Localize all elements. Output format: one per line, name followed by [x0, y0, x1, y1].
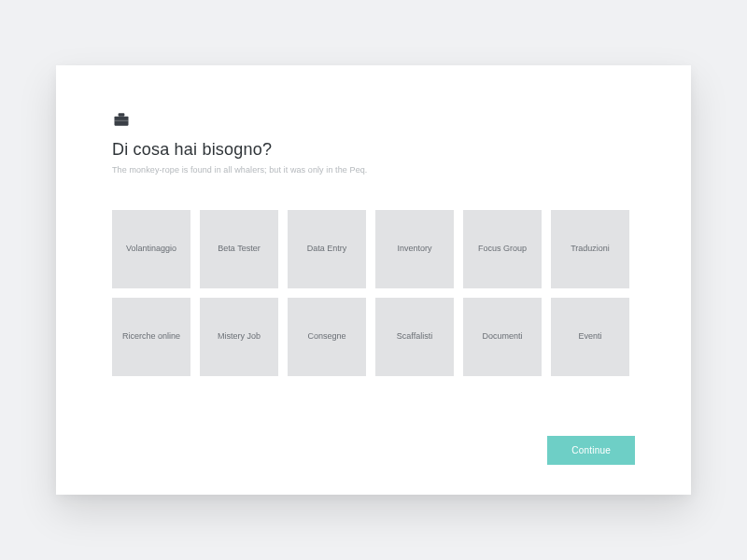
- tile-beta-tester[interactable]: Beta Tester: [200, 210, 278, 288]
- svg-rect-1: [119, 113, 125, 116]
- tile-traduzioni[interactable]: Traduzioni: [551, 210, 629, 288]
- tile-focus-group[interactable]: Focus Group: [463, 210, 542, 288]
- page-title: Di cosa hai bisogno?: [112, 140, 635, 160]
- tile-label: Data Entry: [303, 244, 351, 255]
- tile-data-entry[interactable]: Data Entry: [288, 210, 366, 288]
- page-subtitle: The monkey-rope is found in all whalers;…: [112, 165, 635, 175]
- tile-volantinaggio[interactable]: Volantinaggio: [112, 210, 190, 288]
- tile-label: Focus Group: [474, 244, 530, 255]
- svg-rect-0: [115, 117, 129, 126]
- tile-mistery-job[interactable]: Mistery Job: [200, 298, 278, 376]
- continue-button[interactable]: Continue: [547, 436, 635, 465]
- tile-documenti[interactable]: Documenti: [463, 298, 542, 376]
- tile-label: Inventory: [393, 244, 435, 255]
- tile-consegne[interactable]: Consegne: [288, 298, 366, 376]
- tile-label: Consegne: [303, 331, 349, 343]
- tile-label: Eventi: [574, 331, 605, 343]
- tile-inventory[interactable]: Inventory: [375, 210, 454, 288]
- category-grid: Volantinaggio Beta Tester Data Entry Inv…: [112, 210, 635, 376]
- tile-label: Ricerche online: [119, 331, 184, 343]
- tile-scaffalisti[interactable]: Scaffalisti: [375, 298, 454, 376]
- tile-label: Beta Tester: [214, 244, 263, 255]
- modal-card: Di cosa hai bisogno? The monkey-rope is …: [56, 65, 691, 495]
- tile-eventi[interactable]: Eventi: [551, 298, 629, 376]
- tile-label: Documenti: [478, 331, 526, 343]
- tile-ricerche-online[interactable]: Ricerche online: [112, 298, 190, 376]
- tile-label: Mistery Job: [214, 331, 264, 343]
- briefcase-icon: [112, 110, 131, 129]
- tile-label: Volantinaggio: [122, 244, 180, 255]
- tile-label: Scaffalisti: [393, 331, 436, 343]
- svg-rect-2: [115, 120, 129, 121]
- tile-label: Traduzioni: [567, 244, 613, 255]
